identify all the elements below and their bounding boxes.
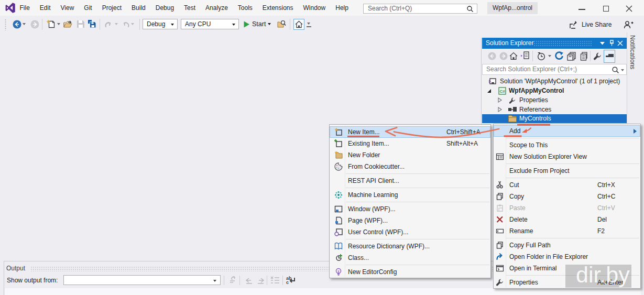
svg-text:C#: C#	[499, 89, 505, 94]
svg-text:c: c	[286, 280, 289, 285]
